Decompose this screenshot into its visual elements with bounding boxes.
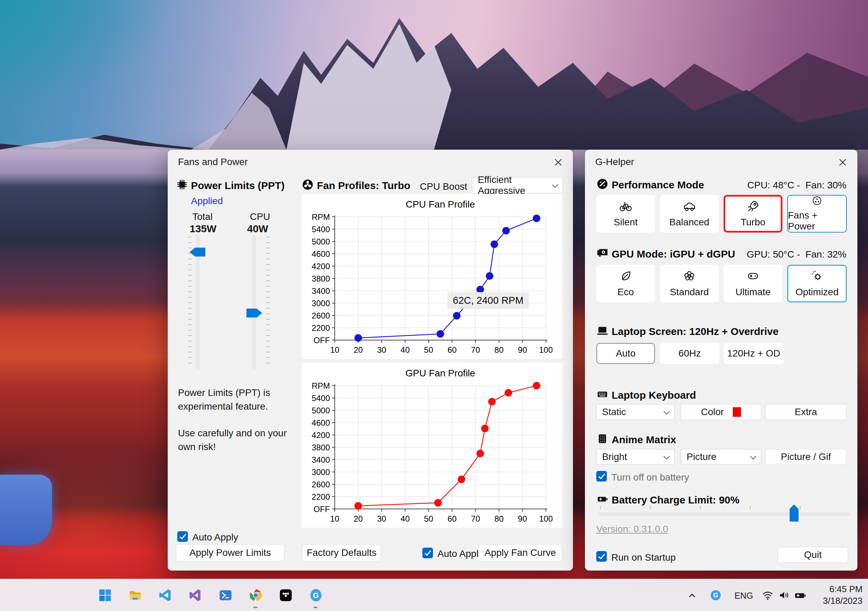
clock[interactable]: 6:45 PM 3/18/2023 [823,583,863,606]
wifi-icon [762,589,773,601]
mode-turbo-button[interactable]: Turbo [724,195,783,233]
keyboard-mode-dropdown[interactable]: Static [596,404,674,420]
auto-apply-power-label: Auto Apply [192,532,238,543]
bicycle-icon [619,200,632,213]
svg-text:40: 40 [400,345,410,354]
auto-apply-power-checkbox[interactable] [177,531,188,542]
chevron-down-icon [663,453,670,459]
version-link[interactable]: Version: 0.31.0.0 [596,524,668,535]
close-button[interactable] [835,154,851,170]
file-explorer-button[interactable] [128,588,143,602]
picture-gif-button[interactable]: Picture / Gif [765,449,846,465]
total-value: 135W [190,223,216,235]
svg-text:100: 100 [539,514,553,523]
chevron-down-icon [750,453,756,459]
cpu-boost-value: Efficient Aggressive [478,174,553,196]
cpu-temp-fan-status: CPU: 48°C - Fan: 30% [747,180,846,191]
optimized-gear-icon [811,269,823,283]
gpu-ultimate-button[interactable]: Ultimate [724,265,783,302]
cpu-slider-ticks [266,237,270,367]
svg-text:3000: 3000 [312,468,330,477]
gpu-fan-chart[interactable]: 102030405060708090100OFF2200260030003400… [302,363,563,529]
svg-text:4200: 4200 [312,431,330,440]
svg-text:5000: 5000 [312,237,330,246]
battery-charge-slider[interactable] [599,513,850,515]
chrome-icon [249,588,262,602]
mode-label: Standard [670,287,709,298]
svg-text:90: 90 [518,514,527,523]
powershell-button[interactable] [219,588,233,602]
tray-overflow-button[interactable] [686,589,698,602]
svg-text:80: 80 [494,514,504,523]
apply-power-limits-button[interactable]: Apply Power Limits [176,544,284,561]
svg-text:50: 50 [424,345,433,354]
svg-text:20: 20 [353,514,363,523]
gpu-eco-button[interactable]: Eco [596,265,655,302]
svg-text:10: 10 [330,514,339,523]
cpu-power-slider-thumb[interactable] [246,309,262,317]
cpu-power-slider[interactable] [253,235,255,369]
gpu-optimized-button[interactable]: Optimized [787,265,847,302]
option-label: 120Hz + OD [727,348,780,359]
keyboard-color-swatch [733,407,741,417]
fans-and-power-window: Fans and Power Power Limits (PPT) Applie… [168,150,573,571]
battery-charging-icon [794,590,806,602]
svg-text:70: 70 [471,514,480,523]
battery-tray-button[interactable] [794,589,807,602]
wifi-button[interactable] [761,589,774,602]
volume-button[interactable] [778,589,790,602]
g-helper-taskbar-button[interactable]: G [309,588,323,602]
run-on-startup-label: Run on Startup [611,552,676,563]
run-on-startup-checkbox[interactable] [596,551,607,562]
auto-apply-fan-checkbox[interactable] [422,548,433,558]
power-limits-status: Applied [191,196,223,207]
svg-text:2200: 2200 [312,323,330,333]
apply-fan-curve-button[interactable]: Apply Fan Curve [478,544,563,561]
tidal-button[interactable] [279,588,293,602]
g-helper-running-indicator [313,606,318,608]
gpu-card-icon [596,247,609,259]
mode-fans-power-button[interactable]: Fans + Power [787,195,847,233]
keyboard-color-button[interactable]: Color [681,404,761,420]
g-helper-tray-button[interactable]: G [709,589,722,602]
chrome-button[interactable] [248,588,263,602]
tidal-icon [279,588,293,602]
rocket-icon [747,200,760,213]
power-limits-note-2: Use carefully and on your own risk! [178,426,296,454]
mode-silent-button[interactable]: Silent [596,195,655,233]
fan-icon [811,196,823,206]
svg-text:2600: 2600 [312,311,330,320]
cpu-boost-dropdown[interactable]: Efficient Aggressive [472,177,563,193]
svg-text:3400: 3400 [312,286,330,295]
svg-text:2600: 2600 [312,480,330,489]
svg-text:60: 60 [447,514,457,523]
close-button[interactable] [550,154,566,170]
total-power-slider-thumb[interactable] [190,248,205,257]
svg-text:5400: 5400 [312,393,330,403]
speaker-icon [778,589,790,601]
svg-text:3000: 3000 [312,299,330,308]
quit-button[interactable]: Quit [778,547,848,563]
window-title: Fans and Power [178,150,248,174]
visual-studio-button[interactable] [188,588,203,602]
option-label: 60Hz [678,348,701,359]
language-indicator[interactable]: ENG [735,591,753,601]
screen-60hz-button[interactable]: 60Hz [660,343,719,364]
screen-120hz-od-button[interactable]: 120Hz + OD [724,343,784,364]
cpu-fan-chart[interactable]: 102030405060708090100OFF2200260030003400… [302,194,563,360]
turn-off-on-battery-checkbox[interactable] [596,471,607,482]
svg-text:G: G [713,591,718,599]
gpu-standard-button[interactable]: Standard [660,265,719,302]
matrix-mode-dropdown[interactable]: Picture [681,449,761,465]
vscode-button[interactable] [158,588,172,602]
keyboard-extra-button[interactable]: Extra [765,404,846,420]
cpu-fan-chart-panel: 102030405060708090100OFF2200260030003400… [302,194,563,359]
screen-auto-button[interactable]: Auto [596,343,655,364]
factory-defaults-button[interactable]: Factory Defaults [302,544,381,561]
start-button[interactable] [98,588,112,602]
matrix-brightness-dropdown[interactable]: Bright [596,449,674,465]
svg-text:5400: 5400 [312,225,330,234]
battery-slider-ticks [600,506,850,509]
mode-balanced-button[interactable]: Balanced [660,195,719,233]
laptop-keyboard-heading: Laptop Keyboard [612,389,696,401]
